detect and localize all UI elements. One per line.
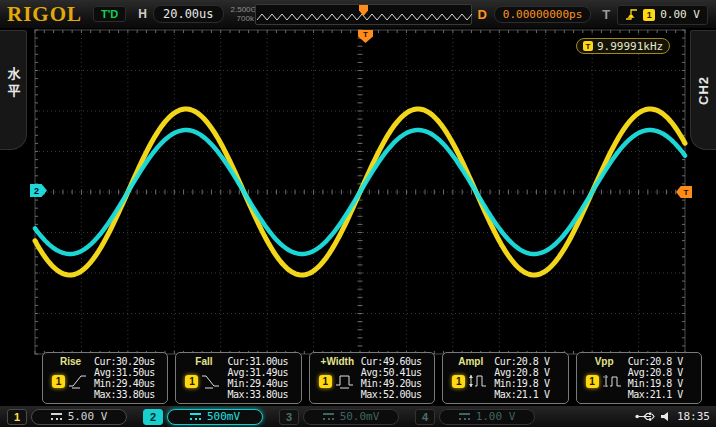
measurement-name: +Width [321, 356, 355, 367]
oscilloscope-screen: RIGOL T'D H 20.00us 2.500GSa/s 700k pts … [0, 0, 716, 427]
amplitude-icon [467, 373, 489, 389]
channel-2-group[interactable]: 2 500mV [143, 409, 263, 425]
usb-icon [635, 411, 655, 422]
measurement-rise[interactable]: Rise 1 Cur:30.20usAvg:31.50us Min:29.40u… [42, 352, 168, 404]
channel-1-scale[interactable]: 5.00 V [31, 409, 127, 425]
dc-coupling-icon [459, 413, 470, 420]
tab-horizontal-menu[interactable]: 水平 [0, 30, 27, 150]
source-badge: 1 [586, 375, 599, 388]
channel-1-badge[interactable]: 1 [7, 409, 27, 425]
measurement-values: Cur:20.8 VAvg:20.8 V Min:19.8 VMax:21.1 … [494, 355, 564, 401]
measurement-row: Rise 1 Cur:30.20usAvg:31.50us Min:29.40u… [42, 352, 702, 404]
measurement-values: Cur:31.00usAvg:31.49us Min:29.40usMax:33… [227, 355, 297, 401]
tab-horizontal-label: 水平 [4, 67, 23, 101]
measurement-name: Ampl [458, 356, 483, 367]
source-badge: 1 [319, 375, 332, 388]
channel-4-badge[interactable]: 4 [415, 409, 435, 425]
measurement-name: Vpp [595, 356, 614, 367]
frequency-source-badge: T [583, 41, 593, 51]
channel-4-scale[interactable]: 1.00 V [439, 409, 535, 425]
speaker-icon [660, 411, 672, 422]
measurement-vpp[interactable]: Vpp 1 Cur:20.8 VAvg:20.8 V Min:19.8 VMax… [576, 352, 702, 404]
positive-width-icon [334, 373, 356, 389]
measurement-name: Rise [60, 356, 81, 367]
measurement-fall[interactable]: Fall 1 Cur:31.00usAvg:31.49us Min:29.40u… [175, 352, 301, 404]
rise-time-icon [67, 373, 89, 389]
tab-ch2-menu[interactable]: CH2 [690, 30, 716, 150]
measurement-pos-width[interactable]: +Width 1 Cur:49.60usAvg:50.41us Min:49.2… [309, 352, 435, 404]
measurement-amplitude[interactable]: Ampl 1 Cur:20.8 VAvg:20.8 V Min:19.8 VMa… [442, 352, 568, 404]
source-badge: 1 [52, 375, 65, 388]
source-badge: 1 [452, 375, 465, 388]
dc-coupling-icon [323, 413, 334, 420]
dc-coupling-icon [190, 413, 201, 420]
channel-3-badge[interactable]: 3 [279, 409, 299, 425]
channel-2-badge[interactable]: 2 [143, 409, 163, 425]
measurement-values: Cur:20.8 VAvg:20.8 V Min:19.8 VMax:21.1 … [628, 355, 698, 401]
measurement-values: Cur:49.60usAvg:50.41us Min:49.20usMax:52… [361, 355, 431, 401]
channel-status-bar: 1 5.00 V 2 500mV 3 50.0mV 4 1.00 V [0, 405, 716, 427]
frequency-value: 9.99991kHz [597, 40, 663, 53]
measurement-name: Fall [195, 356, 212, 367]
dc-coupling-icon [51, 413, 62, 420]
clock: 18:35 [677, 410, 710, 423]
source-badge: 1 [185, 375, 198, 388]
tab-ch2-label: CH2 [696, 75, 711, 104]
channel-4-group[interactable]: 4 1.00 V [415, 409, 535, 425]
fall-time-icon [200, 373, 222, 389]
vpp-icon [601, 373, 623, 389]
channel-1-group[interactable]: 1 5.00 V [7, 409, 127, 425]
measurement-values: Cur:30.20usAvg:31.50us Min:29.40usMax:33… [94, 355, 164, 401]
channel-3-group[interactable]: 3 50.0mV [279, 409, 399, 425]
frequency-counter: T 9.99991kHz [576, 38, 670, 54]
channel-3-scale[interactable]: 50.0mV [303, 409, 399, 425]
channel-2-scale[interactable]: 500mV [167, 409, 263, 425]
